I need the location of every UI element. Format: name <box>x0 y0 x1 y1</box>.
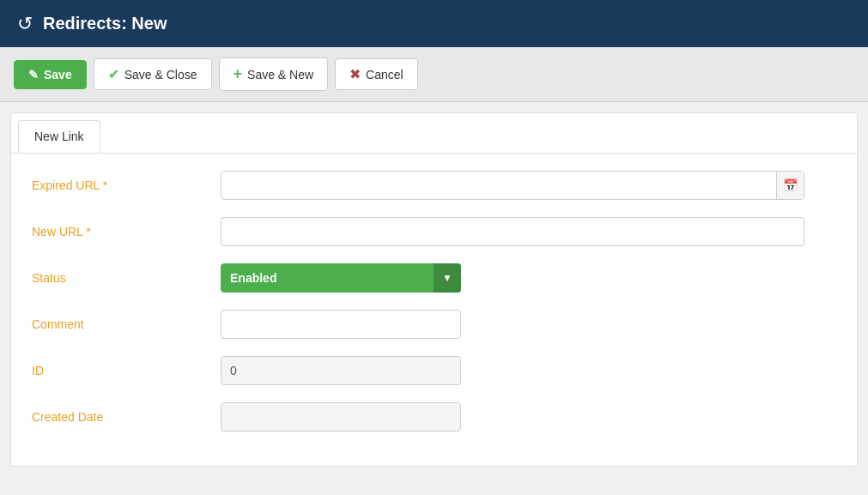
status-select-wrapper: Enabled Disabled ▼ <box>221 263 461 293</box>
tab-new-link[interactable]: New Link <box>18 120 100 153</box>
id-input <box>221 356 461 385</box>
tab-bar: New Link <box>11 113 857 154</box>
created-date-row: Created Date <box>32 402 836 432</box>
cancel-button[interactable]: ✖ Cancel <box>335 58 418 90</box>
id-label: ID <box>32 364 221 377</box>
save-button[interactable]: ✎ Save <box>14 60 87 89</box>
expired-url-row: Expired URL * 📅 <box>32 171 836 200</box>
refresh-icon: ↺ <box>17 13 33 35</box>
new-url-input[interactable] <box>221 217 804 246</box>
expired-url-label: Expired URL * <box>32 178 221 192</box>
expired-url-input[interactable] <box>221 171 804 200</box>
status-select[interactable]: Enabled Disabled <box>221 263 461 293</box>
save-close-button[interactable]: ✔ Save & Close <box>94 58 212 90</box>
content-panel: New Link Expired URL * 📅 New URL * Statu… <box>10 112 858 467</box>
save-icon: ✎ <box>28 68 39 81</box>
check-icon: ✔ <box>108 66 119 82</box>
created-date-label: Created Date <box>32 410 221 424</box>
new-url-label: New URL * <box>32 225 221 238</box>
calendar-icon: 📅 <box>783 178 798 192</box>
page-title: Redirects: New <box>43 14 167 33</box>
status-label: Status <box>32 271 221 285</box>
save-new-button[interactable]: + Save & New <box>219 57 329 91</box>
form-body: Expired URL * 📅 New URL * Status Enabled… <box>11 154 857 466</box>
toolbar: ✎ Save ✔ Save & Close + Save & New ✖ Can… <box>0 47 868 102</box>
comment-label: Comment <box>32 317 221 331</box>
comment-row: Comment <box>32 310 836 339</box>
status-row: Status Enabled Disabled ▼ <box>32 263 836 293</box>
plus-icon: + <box>234 65 243 83</box>
new-url-row: New URL * <box>32 217 836 246</box>
comment-input[interactable] <box>221 310 461 339</box>
created-date-input <box>221 402 461 432</box>
expired-url-wrapper: 📅 <box>221 171 804 200</box>
x-icon: ✖ <box>349 66 361 82</box>
expired-url-picker-button[interactable]: 📅 <box>776 172 804 199</box>
id-row: ID <box>32 356 836 385</box>
page-header: ↺ Redirects: New <box>0 0 868 47</box>
